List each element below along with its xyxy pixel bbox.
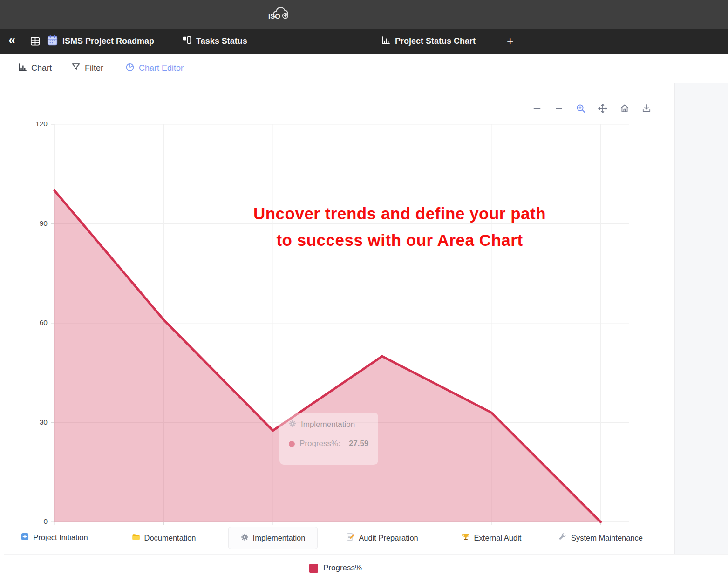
gear-icon bbox=[241, 533, 249, 543]
top-bar: ISO bbox=[0, 0, 728, 29]
legend-label: Progress% bbox=[323, 563, 362, 573]
tooltip-value-row: Progress%: 27.59 bbox=[289, 439, 369, 448]
tab-bar: « ISMS Project Roadmap bbox=[0, 29, 728, 54]
bar-chart-icon bbox=[18, 62, 27, 74]
wrench-icon bbox=[558, 533, 567, 543]
tab-tasks-status[interactable]: Tasks Status bbox=[182, 29, 247, 54]
chart-button-label: Chart bbox=[31, 63, 52, 73]
series-dot-icon bbox=[289, 441, 295, 447]
tooltip-title: Implementation bbox=[301, 420, 355, 429]
trophy-icon bbox=[462, 533, 470, 543]
legend-progress[interactable]: Progress% bbox=[309, 563, 362, 573]
x-axis-label: Documentation bbox=[127, 527, 201, 549]
chart-editor-button-label: Chart Editor bbox=[139, 63, 184, 73]
chart-tooltip: Implementation Progress%: 27.59 bbox=[279, 413, 378, 465]
x-axis-label: System Maintenance bbox=[554, 527, 647, 549]
memo-pencil-icon bbox=[346, 533, 354, 543]
add-tab-button[interactable]: + bbox=[507, 29, 514, 54]
funnel-icon bbox=[71, 62, 81, 74]
tooltip-header: Implementation bbox=[289, 420, 369, 429]
table-grid-icon[interactable] bbox=[30, 36, 41, 48]
annotation-text: Uncover trends and define your path to s… bbox=[199, 200, 600, 253]
chart-button[interactable]: Chart bbox=[18, 54, 52, 83]
bar-chart-icon bbox=[381, 35, 391, 47]
app-window: ISO « ISMS Project Roadmap bbox=[0, 0, 728, 582]
x-axis-label: External Audit bbox=[457, 527, 526, 549]
y-tick-label: 60 bbox=[23, 318, 48, 327]
x-axis-label: Audit Preparation bbox=[341, 527, 423, 549]
gear-icon bbox=[289, 420, 296, 429]
y-tick-label: 30 bbox=[23, 418, 48, 426]
side-panel-strip bbox=[674, 83, 728, 554]
y-tick-label: 120 bbox=[23, 120, 48, 128]
folder-icon bbox=[132, 533, 140, 543]
filter-button-label: Filter bbox=[85, 63, 103, 73]
legend-swatch bbox=[309, 564, 318, 573]
iso-cloud-logo: ISO bbox=[267, 6, 292, 21]
tooltip-series-label: Progress%: bbox=[299, 439, 340, 448]
x-axis-label: Project Initiation bbox=[16, 527, 92, 548]
x-axis-label: Implementation bbox=[228, 527, 318, 549]
tab-label: Project Status Chart bbox=[395, 36, 476, 46]
tab-project-status-chart[interactable]: Project Status Chart bbox=[381, 29, 476, 54]
svg-text:ISO: ISO bbox=[268, 12, 280, 20]
tab-label: ISMS Project Roadmap bbox=[62, 36, 154, 46]
y-tick-label: 90 bbox=[23, 219, 48, 228]
pie-chart-icon bbox=[125, 62, 135, 74]
annotation-line-1: Uncover trends and define your path bbox=[199, 200, 600, 227]
kanban-board-icon bbox=[182, 35, 192, 47]
collapse-sidebar-icon[interactable]: « bbox=[8, 33, 14, 47]
filter-button[interactable]: Filter bbox=[71, 54, 103, 83]
y-tick-label: 0 bbox=[23, 517, 48, 526]
chart-editor-button[interactable]: Chart Editor bbox=[125, 54, 184, 83]
card-divider bbox=[4, 554, 728, 555]
tooltip-value: 27.59 bbox=[349, 439, 369, 448]
tab-isms-project-roadmap[interactable]: ISMS Project Roadmap bbox=[47, 29, 154, 54]
area-chart-canvas[interactable] bbox=[0, 83, 674, 554]
chart-toolbar-row: Chart Filter Chart Editor bbox=[0, 54, 728, 83]
tab-label: Tasks Status bbox=[196, 36, 247, 46]
calendar-icon bbox=[47, 34, 58, 48]
blue-star-icon bbox=[21, 533, 29, 542]
annotation-line-2: to success with our Area Chart bbox=[199, 227, 600, 253]
